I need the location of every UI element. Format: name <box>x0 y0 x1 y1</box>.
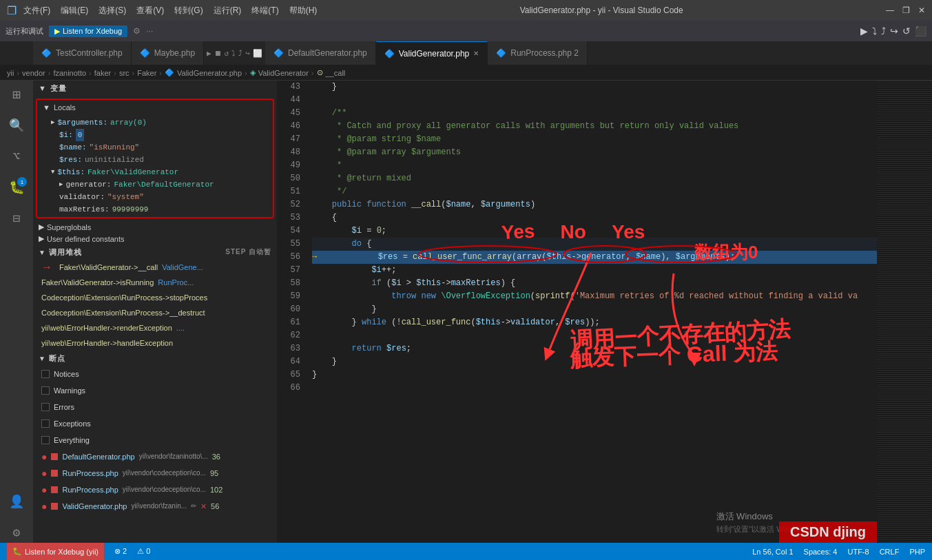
chevron-icon: ▼ <box>39 84 47 92</box>
tab-close-icon[interactable]: ✕ <box>473 50 479 57</box>
bp-everything-checkbox[interactable] <box>41 436 50 444</box>
code-line-66 <box>312 382 877 395</box>
close-button[interactable]: ✕ <box>918 6 925 15</box>
locals-header[interactable]: ▼ Locals <box>37 100 273 115</box>
var-generator[interactable]: ▶ generator: Faker\DefaultGenerator <box>40 178 270 191</box>
breadcrumb-item[interactable]: Faker <box>137 69 156 77</box>
bp-file-checkbox[interactable] <box>51 470 58 477</box>
call-stack-item-5[interactable]: yii\web\ErrorHandler->handleException <box>33 335 277 351</box>
status-debug[interactable]: 🐛 Listen for Xdebug (yii) <box>7 543 104 560</box>
tab-defaultgenerator[interactable]: 🔷 DefaultGenerator.php <box>265 41 376 65</box>
menu-goto[interactable]: 转到(G) <box>174 5 203 17</box>
debug-more-icon[interactable]: ··· <box>146 26 153 36</box>
restart-icon[interactable]: ↺ <box>902 25 911 37</box>
bp-file-defaultgenerator[interactable]: ● DefaultGenerator.php yii\vendor\fzanin… <box>33 448 277 465</box>
call-stack-item-2[interactable]: Codeception\Extension\RunProcess->stopPr… <box>33 290 277 305</box>
breadcrumb-class[interactable]: ValidGenerator <box>258 69 309 77</box>
var-res: $res: uninitialized <box>40 154 270 166</box>
variables-header[interactable]: ▼ 变量 <box>33 81 277 96</box>
activity-account[interactable]: 👤 <box>6 491 27 512</box>
breadcrumb-item[interactable]: src <box>119 69 130 77</box>
code-content[interactable]: } /** * Catch and proxy all generator ca… <box>309 81 877 543</box>
listen-xdebug-button[interactable]: ▶ Listen for Xdebug <box>49 25 127 37</box>
step-over-icon[interactable]: ⤵ <box>872 25 877 37</box>
status-errors[interactable]: ⊗ 2 <box>114 547 127 556</box>
bp-warnings: Warnings <box>33 382 277 399</box>
var-i-value: 0 <box>76 129 85 141</box>
var-i: $i: 0 <box>40 129 270 141</box>
window-controls[interactable]: — ❐ ✕ <box>886 6 925 15</box>
bp-file-runprocess1[interactable]: ● RunProcess.php yii\vendor\codeception\… <box>33 465 277 481</box>
title-bar-menu[interactable]: 文件(F) 编辑(E) 选择(S) 查看(V) 转到(G) 运行(R) 终端(T… <box>23 5 317 17</box>
bp-errors: Errors <box>33 399 277 415</box>
code-line-64: } <box>312 355 877 369</box>
bp-file-checkbox[interactable] <box>51 486 58 493</box>
tab-runprocess[interactable]: 🔷 RunProcess.php 2 <box>488 41 588 65</box>
step-into-icon[interactable]: ⤴ <box>881 25 886 37</box>
minimize-button[interactable]: — <box>886 6 894 15</box>
menu-file[interactable]: 文件(F) <box>23 5 50 17</box>
status-language[interactable]: PHP <box>909 548 925 556</box>
status-bar: 🐛 Listen for Xdebug (yii) ⊗ 2 ⚠ 0 Ln 56,… <box>0 543 932 560</box>
step-out-icon[interactable]: ↪ <box>890 25 898 37</box>
csdn-watermark: CSDN djing <box>779 521 877 543</box>
activity-search[interactable]: 🔍 <box>6 115 27 136</box>
menu-run[interactable]: 运行(R) <box>214 5 242 17</box>
bp-file-validgenerator[interactable]: ● ValidGenerator.php yii\vendor\fzanin..… <box>33 498 277 515</box>
call-stack-item-3[interactable]: Codeception\Extension\RunProcess->__dest… <box>33 305 277 320</box>
stop-icon[interactable]: ⬛ <box>915 25 926 37</box>
menu-view[interactable]: 查看(V) <box>136 5 164 17</box>
bp-file-checkbox[interactable] <box>51 503 58 510</box>
call-stack-item-4[interactable]: yii\web\ErrorHandler->renderException ..… <box>33 320 277 335</box>
menu-terminal[interactable]: 终端(T) <box>251 5 278 17</box>
bp-exceptions-label: Exceptions <box>54 417 91 431</box>
bp-everything: Everything <box>33 432 277 448</box>
breadcrumb-file[interactable]: ValidGenerator.php <box>177 69 242 77</box>
breadcrumb-method[interactable]: __call <box>326 69 346 77</box>
debug-toolbar: 运行和调试 ▶ Listen for Xdebug ⚙ ··· ▶ ⤵ ⤴ ↪ … <box>0 21 932 41</box>
status-warnings[interactable]: ⚠ 0 <box>137 547 150 556</box>
bp-errors-checkbox[interactable] <box>41 403 50 411</box>
maximize-button[interactable]: ❐ <box>902 6 910 15</box>
bp-notices-checkbox[interactable] <box>41 370 50 378</box>
bp-exceptions-checkbox[interactable] <box>41 419 50 428</box>
var-this[interactable]: ▼ $this: Faker\ValidGenerator <box>40 166 270 178</box>
call-stack-item-1[interactable]: Faker\ValidGenerator->isRunning RunProc.… <box>33 275 277 290</box>
bp-warnings-checkbox[interactable] <box>41 386 50 395</box>
superglobals-section[interactable]: ▶ Superglobals <box>33 221 277 233</box>
bp-file-checkbox[interactable] <box>51 453 58 460</box>
close-icon[interactable]: ✕ <box>200 499 207 513</box>
title-bar-app-icon: ❐ <box>7 4 17 17</box>
breadcrumb-item[interactable]: vendor <box>22 69 45 77</box>
activity-explorer[interactable]: ⊞ <box>6 84 27 105</box>
breadcrumb-item[interactable]: faker <box>94 69 111 77</box>
tab-maybe[interactable]: 🔷 Maybe.php <box>132 41 204 65</box>
activity-debug[interactable]: 🐛 1 <box>6 177 27 198</box>
continue-icon[interactable]: ▶ <box>860 25 868 37</box>
activity-extensions[interactable]: ⊟ <box>6 208 27 229</box>
debug-controls[interactable]: ▶ ⤵ ⤴ ↪ ↺ ⬛ <box>860 25 926 37</box>
breakpoints-header[interactable]: ▼ 断点 <box>33 351 277 366</box>
line-numbers: 43 44 45 46 47 48 49 50 51 52 53 54 55 5… <box>278 81 309 543</box>
debug-status-icon: 🐛 <box>12 547 22 556</box>
php-icon: 🔷 <box>273 48 284 58</box>
activity-git[interactable]: ⌥ <box>6 146 27 167</box>
call-stack-header[interactable]: ▼ 调用堆栈 STEP 自动暂 <box>33 245 277 260</box>
debug-settings-icon[interactable]: ⚙ <box>133 26 141 36</box>
bp-file-runprocess2[interactable]: ● RunProcess.php yii\vendor\codeception\… <box>33 481 277 498</box>
debug-play-icon: ▶ <box>54 27 60 36</box>
menu-edit[interactable]: 编辑(E) <box>61 5 88 17</box>
user-constants-section[interactable]: ▶ User defined constants <box>33 233 277 245</box>
activity-settings[interactable]: ⚙ <box>6 522 27 543</box>
tab-testcontroller[interactable]: 🔷 TestController.php <box>33 41 132 65</box>
call-stack-item-0[interactable]: → Faker\ValidGenerator->__call ValidGene… <box>33 260 277 275</box>
var-arguments[interactable]: ▶ $arguments: array(0) <box>40 116 270 129</box>
step-label: STEP 自动暂 <box>225 247 271 257</box>
breadcrumb-item[interactable]: fzaninotto <box>53 69 86 77</box>
menu-help[interactable]: 帮助(H) <box>289 5 318 17</box>
breadcrumb-item[interactable]: yii <box>7 69 14 77</box>
menu-select[interactable]: 选择(S) <box>99 5 126 17</box>
code-line-50: * @return mixed <box>312 172 877 185</box>
tab-validgenerator[interactable]: 🔷 ValidGenerator.php ✕ <box>376 41 488 65</box>
minimap <box>877 81 932 543</box>
